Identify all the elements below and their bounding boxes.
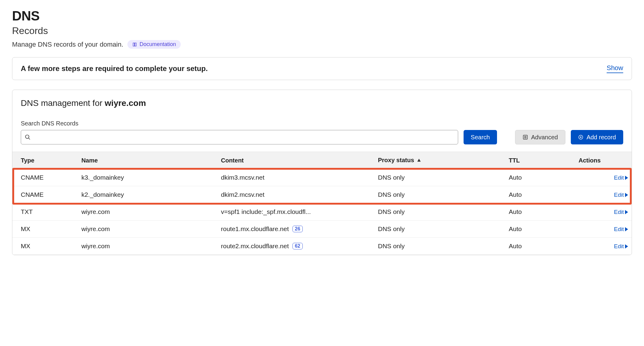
edit-link[interactable]: Edit <box>614 226 628 233</box>
cell-proxy-status: DNS only <box>374 221 505 238</box>
chevron-right-icon <box>625 176 628 180</box>
cell-content-text: dkim2.mcsv.net <box>221 191 264 198</box>
cell-content: route2.mx.cloudflare.net62 <box>217 238 374 255</box>
book-icon <box>132 42 137 47</box>
chevron-right-icon <box>625 193 628 197</box>
add-record-button[interactable]: Add record <box>571 130 623 144</box>
cell-content: dkim3.mcsv.net <box>217 169 374 186</box>
cell-type: TXT <box>12 203 78 221</box>
cell-content-text: dkim3.mcsv.net <box>221 174 264 181</box>
edit-link[interactable]: Edit <box>614 175 628 181</box>
plus-circle-icon <box>578 134 583 140</box>
svg-point-0 <box>26 135 29 139</box>
dns-management-panel: DNS management for wiyre.com Search DNS … <box>12 90 632 255</box>
svg-marker-9 <box>417 159 421 162</box>
column-header-proxy-status[interactable]: Proxy status <box>374 152 505 169</box>
edit-link[interactable]: Edit <box>614 192 628 198</box>
advanced-button-label: Advanced <box>531 134 558 141</box>
cell-name: wiyre.com <box>78 238 217 255</box>
cell-content: v=spf1 include:_spf.mx.cloudfl... <box>217 203 374 221</box>
edit-link-label: Edit <box>614 175 624 181</box>
cell-type: CNAME <box>12 186 78 203</box>
cell-actions: Edit <box>575 169 632 186</box>
column-header-type[interactable]: Type <box>12 152 78 169</box>
cell-actions: Edit <box>575 203 632 221</box>
edit-link[interactable]: Edit <box>614 243 628 250</box>
cell-ttl: Auto <box>505 238 575 255</box>
documentation-label: Documentation <box>139 41 176 48</box>
panel-domain: wiyre.com <box>105 98 146 108</box>
column-header-ttl[interactable]: TTL <box>505 152 575 169</box>
edit-link-label: Edit <box>614 243 624 250</box>
cell-type: CNAME <box>12 169 78 186</box>
page-title: DNS <box>12 8 632 23</box>
svg-marker-12 <box>625 210 628 214</box>
cell-proxy-status: DNS only <box>374 238 505 255</box>
cell-type: MX <box>12 238 78 255</box>
setup-banner-show-link[interactable]: Show <box>607 64 623 73</box>
cell-ttl: Auto <box>505 203 575 221</box>
page-description: Manage DNS records of your domain. <box>12 41 123 48</box>
search-label: Search DNS Records <box>21 120 623 127</box>
edit-link[interactable]: Edit <box>614 209 628 215</box>
cell-content: route1.mx.cloudflare.net26 <box>217 221 374 238</box>
search-button[interactable]: Search <box>464 130 497 144</box>
setup-banner-text: A few more steps are required to complet… <box>21 64 208 73</box>
cell-name: k2._domainkey <box>78 186 217 203</box>
chevron-right-icon <box>625 210 628 214</box>
column-header-content[interactable]: Content <box>217 152 374 169</box>
cell-ttl: Auto <box>505 221 575 238</box>
cell-name: wiyre.com <box>78 221 217 238</box>
cell-actions: Edit <box>575 238 632 255</box>
cell-content: dkim2.mcsv.net <box>217 186 374 203</box>
cell-name: wiyre.com <box>78 203 217 221</box>
edit-link-label: Edit <box>614 209 624 215</box>
cell-name: k3._domainkey <box>78 169 217 186</box>
panel-title-prefix: DNS management for <box>21 98 105 108</box>
search-input-wrap[interactable] <box>21 130 458 144</box>
cell-proxy-status: DNS only <box>374 169 505 186</box>
dns-records-table: Type Name Content Proxy status TTL Actio… <box>12 152 632 255</box>
cell-actions: Edit <box>575 186 632 203</box>
priority-badge: 62 <box>292 243 303 249</box>
column-header-actions: Actions <box>575 152 632 169</box>
table-row: TXTwiyre.comv=spf1 include:_spf.mx.cloud… <box>12 203 632 221</box>
panel-title: DNS management for wiyre.com <box>21 98 623 108</box>
cell-proxy-status: DNS only <box>374 186 505 203</box>
priority-badge: 26 <box>292 226 303 232</box>
cell-content-text: route2.mx.cloudflare.net <box>221 243 289 250</box>
advanced-button[interactable]: Advanced <box>515 130 565 144</box>
table-row: MXwiyre.comroute2.mx.cloudflare.net62DNS… <box>12 238 632 255</box>
table-row: CNAMEk2._domainkeydkim2.mcsv.netDNS only… <box>12 186 632 203</box>
add-record-button-label: Add record <box>586 134 616 141</box>
list-icon <box>523 134 528 140</box>
svg-marker-10 <box>625 176 628 180</box>
table-row: MXwiyre.comroute1.mx.cloudflare.net26DNS… <box>12 221 632 238</box>
svg-marker-11 <box>625 193 628 197</box>
cell-content-text: v=spf1 include:_spf.mx.cloudfl... <box>221 208 311 215</box>
sort-ascending-icon <box>417 157 421 164</box>
cell-content-text: route1.mx.cloudflare.net <box>221 225 289 233</box>
table-row: CNAMEk3._domainkeydkim3.mcsv.netDNS only… <box>12 169 632 186</box>
documentation-link[interactable]: Documentation <box>127 40 181 49</box>
setup-banner: A few more steps are required to complet… <box>12 57 632 80</box>
search-icon <box>25 134 31 140</box>
cell-type: MX <box>12 221 78 238</box>
svg-line-1 <box>29 138 30 140</box>
cell-actions: Edit <box>575 221 632 238</box>
svg-marker-14 <box>625 244 628 249</box>
edit-link-label: Edit <box>614 192 624 198</box>
column-header-name[interactable]: Name <box>78 152 217 169</box>
cell-proxy-status: DNS only <box>374 203 505 221</box>
edit-link-label: Edit <box>614 226 624 233</box>
page-subtitle: Records <box>12 25 632 36</box>
cell-ttl: Auto <box>505 186 575 203</box>
cell-ttl: Auto <box>505 169 575 186</box>
search-input[interactable] <box>34 134 454 141</box>
svg-marker-13 <box>625 227 628 231</box>
chevron-right-icon <box>625 244 628 249</box>
chevron-right-icon <box>625 227 628 231</box>
column-header-proxy-label: Proxy status <box>378 157 414 163</box>
